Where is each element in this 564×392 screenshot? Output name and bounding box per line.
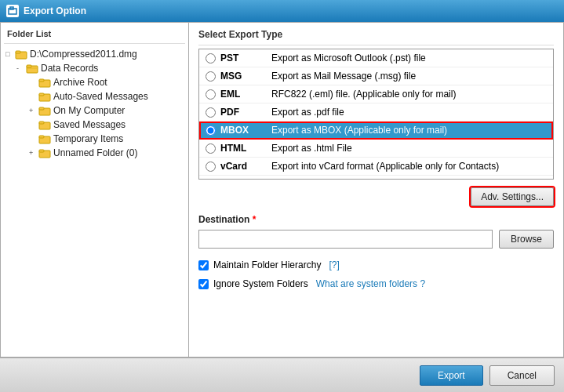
ignore-system-folders-row: Ignore System Folders What are system fo… <box>198 278 554 289</box>
cancel-button[interactable]: Cancel <box>489 365 555 386</box>
ignore-system-folders-checkbox[interactable] <box>198 279 209 289</box>
export-type-desc-vcard: Export into vCard format (Applicable onl… <box>271 161 499 172</box>
export-type-vcard[interactable]: vCard Export into vCard format (Applicab… <box>199 158 553 176</box>
folder-icon-unnamed <box>38 147 51 158</box>
folder-list-header: Folder List <box>4 26 185 44</box>
maintain-hierarchy-checkbox[interactable] <box>198 260 209 270</box>
export-type-eml[interactable]: EML RFC822 (.eml) file. (Applicable only… <box>199 85 553 103</box>
export-type-pst[interactable]: PST Export as Microsoft Outlook (.pst) f… <box>199 49 553 67</box>
export-type-desc-mbox: Export as MBOX (Applicable only for mail… <box>271 125 447 136</box>
maintain-hierarchy-label: Maintain Folder Hierarchy <box>213 260 321 270</box>
folder-icon-on-my-computer <box>38 105 51 116</box>
window-title: Export Option <box>24 5 86 16</box>
maintain-hierarchy-help[interactable]: [?] <box>329 260 339 270</box>
svg-rect-3 <box>16 51 20 53</box>
drive-icon <box>15 49 27 60</box>
tree-item-archive-root[interactable]: Archive Root <box>4 75 185 89</box>
svg-rect-8 <box>39 79 44 82</box>
svg-rect-14 <box>39 122 44 124</box>
svg-rect-10 <box>39 93 44 96</box>
tree-item-on-my-computer[interactable]: + On My Computer <box>4 103 185 118</box>
radio-msg[interactable] <box>206 71 216 82</box>
export-type-desc-pdf: Export as .pdf file <box>271 107 344 118</box>
svg-rect-16 <box>39 136 44 138</box>
adv-settings-button[interactable]: Adv. Settings... <box>471 187 554 206</box>
destination-row: Browse <box>198 230 554 249</box>
export-type-header: Select Export Type <box>198 29 554 45</box>
expander-unnamed-folder[interactable]: + <box>29 149 38 157</box>
expander-on-my-computer[interactable]: + <box>29 107 38 114</box>
folder-icon-archive <box>38 77 51 88</box>
export-type-pdf[interactable]: PDF Export as .pdf file <box>199 103 553 122</box>
export-type-list[interactable]: PST Export as Microsoft Outlook (.pst) f… <box>199 49 553 179</box>
svg-rect-5 <box>27 65 31 67</box>
maintain-hierarchy-row: Maintain Folder Hierarchy [?] <box>198 260 554 270</box>
export-type-desc-eml: RFC822 (.eml) file. (Applicable only for… <box>271 89 456 100</box>
tree-label-archive-root: Archive Root <box>53 77 107 88</box>
export-type-desc-pst: Export as Microsoft Outlook (.pst) file <box>271 53 426 64</box>
export-type-name-vcard: vCard <box>220 161 271 172</box>
export-button[interactable]: Export <box>420 365 483 386</box>
radio-pdf[interactable] <box>206 107 216 118</box>
export-type-name-pst: PST <box>220 53 271 64</box>
tree-label-unnamed-folder: Unnamed Folder (0) <box>53 147 137 158</box>
required-marker: * <box>253 214 257 225</box>
tree-label-saved-messages: Saved Messages <box>53 119 126 130</box>
folder-list-panel: Folder List □ D:\Compressed2011.dmg - <box>1 23 189 357</box>
folder-icon-temporary-items <box>38 133 51 144</box>
expander-drive[interactable]: □ <box>5 50 15 58</box>
tree-item-saved-messages[interactable]: Saved Messages <box>4 118 185 132</box>
export-type-desc-msg: Export as Mail Message (.msg) file <box>271 71 416 82</box>
tree-item-drive[interactable]: □ D:\Compressed2011.dmg <box>4 47 185 61</box>
destination-input[interactable] <box>198 230 493 249</box>
tree-label-data-records: Data Records <box>41 63 98 74</box>
export-type-name-html: HTML <box>220 143 271 154</box>
title-bar: Export Option <box>0 0 564 22</box>
export-type-desc-html: Export as .html File <box>271 143 352 154</box>
export-type-list-container: PST Export as Microsoft Outlook (.pst) f… <box>198 49 554 180</box>
export-type-name-mbox: MBOX <box>220 125 271 136</box>
export-type-msg[interactable]: MSG Export as Mail Message (.msg) file <box>199 67 553 85</box>
export-type-name-pdf: PDF <box>220 107 271 118</box>
tree-item-temporary-items[interactable]: Temporary Items <box>4 132 185 146</box>
folder-icon-saved-messages <box>38 119 51 130</box>
export-type-ics[interactable]: ICS Export to ICS Format (Applicable onl… <box>199 176 553 179</box>
svg-rect-18 <box>39 150 44 152</box>
ignore-system-folders-label: Ignore System Folders <box>213 278 308 289</box>
radio-vcard[interactable] <box>206 162 216 172</box>
folder-tree: □ D:\Compressed2011.dmg - Data Records <box>4 47 185 160</box>
folder-open-icon <box>26 63 38 74</box>
radio-pst[interactable] <box>206 53 216 64</box>
destination-label: Destination * <box>198 214 554 225</box>
export-options-panel: Select Export Type PST Export as Microso… <box>189 23 563 357</box>
window-icon <box>6 5 19 17</box>
tree-label-drive: D:\Compressed2011.dmg <box>30 49 137 60</box>
radio-eml[interactable] <box>206 89 216 100</box>
export-type-mbox[interactable]: MBOX Export as MBOX (Applicable only for… <box>199 122 553 140</box>
main-content: Folder List □ D:\Compressed2011.dmg - <box>0 22 564 358</box>
export-type-html[interactable]: HTML Export as .html File <box>199 140 553 158</box>
tree-item-auto-saved[interactable]: Auto-Saved Messages <box>4 89 185 103</box>
tree-item-unnamed-folder[interactable]: + Unnamed Folder (0) <box>4 146 185 160</box>
what-are-system-folders-link[interactable]: What are system folders ? <box>316 278 425 289</box>
tree-item-data-records[interactable]: - Data Records <box>4 61 185 75</box>
export-type-name-eml: EML <box>220 89 271 100</box>
svg-rect-12 <box>39 107 44 110</box>
radio-mbox[interactable] <box>206 125 216 136</box>
expander-data-records[interactable]: - <box>16 64 26 72</box>
bottom-bar: Export Cancel <box>0 358 564 392</box>
tree-label-auto-saved: Auto-Saved Messages <box>53 91 148 102</box>
folder-icon-auto-saved <box>38 91 51 102</box>
radio-html[interactable] <box>206 143 216 154</box>
tree-label-on-my-computer: On My Computer <box>53 105 125 116</box>
export-type-name-msg: MSG <box>220 71 271 82</box>
browse-button[interactable]: Browse <box>499 230 554 249</box>
tree-label-temporary-items: Temporary Items <box>53 133 123 144</box>
